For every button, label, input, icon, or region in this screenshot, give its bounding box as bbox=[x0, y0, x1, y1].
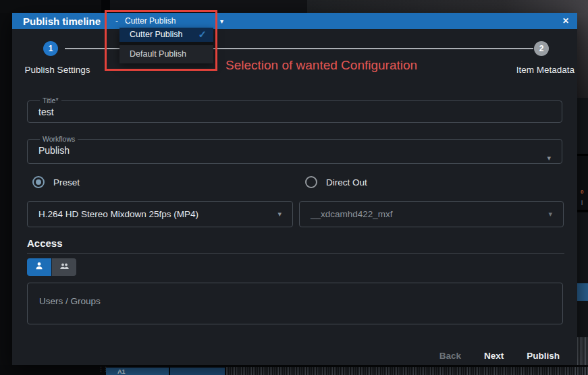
chevron-down-icon: ▾ bbox=[220, 18, 223, 25]
access-type-toggle bbox=[27, 258, 76, 276]
menu-item-default-publish[interactable]: Default Publish bbox=[119, 45, 213, 63]
back-button[interactable]: Back bbox=[433, 347, 468, 365]
radio-direct-out-label: Direct Out bbox=[326, 177, 367, 188]
background-app-top bbox=[0, 0, 588, 13]
background-app-right: 0 | bbox=[577, 13, 588, 365]
dash-separator: - bbox=[115, 16, 118, 26]
background-divider bbox=[577, 210, 588, 212]
background-waveform bbox=[577, 337, 588, 365]
dialog-header: Publish timeline - Cutter Publish ▾ ✕ bbox=[12, 13, 577, 29]
preset-select[interactable]: H.264 HD Stereo Mixdown 25fps (MP4) ▾ bbox=[27, 201, 293, 227]
access-heading: Access bbox=[27, 237, 63, 249]
background-video-preview bbox=[307, 0, 588, 13]
ruler-tick: | bbox=[581, 199, 583, 205]
chevron-down-icon: ▾ bbox=[548, 210, 552, 219]
output-mode-radios: Preset Direct Out bbox=[12, 176, 577, 191]
title-field-label: Title* bbox=[40, 96, 61, 105]
screen: 0 | ⋮⋮ A1 Publish timeline - Cutter Publ… bbox=[0, 0, 588, 375]
menu-item-cutter-publish[interactable]: Cutter Publish ✓ bbox=[119, 28, 213, 45]
publish-button[interactable]: Publish bbox=[520, 347, 566, 365]
workflows-value: Publish bbox=[38, 145, 551, 156]
title-field-value[interactable]: test bbox=[38, 107, 551, 117]
users-icon bbox=[59, 261, 70, 273]
preset-select-value: H.264 HD Stereo Mixdown 25fps (MP4) bbox=[38, 209, 198, 219]
radio-direct-out[interactable]: Direct Out bbox=[305, 176, 367, 188]
configuration-dropdown-menu: Cutter Publish ✓ Default Publish bbox=[119, 28, 213, 63]
step-1-indicator[interactable]: 1 bbox=[43, 41, 58, 56]
users-groups-placeholder: Users / Groups bbox=[39, 296, 101, 306]
groups-toggle-button[interactable] bbox=[52, 258, 76, 276]
annotation-text: Selection of wanted Configuration bbox=[225, 58, 417, 73]
configuration-dropdown[interactable]: - Cutter Publish ▾ bbox=[115, 16, 223, 26]
radio-preset[interactable]: Preset bbox=[32, 176, 80, 188]
dialog-title: Publish timeline bbox=[23, 16, 101, 27]
background-timeline-clip bbox=[577, 283, 588, 301]
step-2-label: Item Metadata bbox=[504, 65, 574, 75]
users-toggle-button[interactable] bbox=[27, 258, 51, 276]
background-audio-track-row: ⋮⋮ A1 bbox=[0, 365, 588, 375]
workflows-label: Workflows bbox=[40, 135, 78, 143]
timecode-fragment: 0 bbox=[581, 189, 583, 195]
step-1-label: Publish Settings bbox=[20, 65, 95, 75]
background-divider bbox=[101, 0, 110, 13]
check-icon: ✓ bbox=[198, 28, 207, 40]
next-button[interactable]: Next bbox=[477, 347, 510, 365]
background-panel bbox=[0, 0, 101, 13]
radio-unselected-icon bbox=[305, 176, 317, 188]
title-field[interactable]: Title* test bbox=[27, 96, 562, 123]
dialog-footer: Back Next Publish bbox=[423, 347, 566, 365]
direct-out-select-value: __xdcamhd422_mxf bbox=[311, 209, 393, 219]
configuration-selected-value: Cutter Publish bbox=[125, 16, 176, 26]
chevron-down-icon: ▾ bbox=[547, 154, 551, 163]
audio-track-header: A1 bbox=[106, 368, 169, 375]
chevron-down-icon: ▾ bbox=[277, 210, 282, 219]
background-waveform bbox=[226, 367, 588, 375]
user-icon bbox=[34, 261, 44, 273]
close-icon[interactable]: ✕ bbox=[560, 16, 572, 26]
radio-preset-label: Preset bbox=[53, 177, 80, 188]
direct-out-select[interactable]: __xdcamhd422_mxf ▾ bbox=[299, 201, 564, 227]
users-groups-input[interactable]: Users / Groups bbox=[27, 283, 563, 324]
audio-track-header-pane bbox=[170, 368, 225, 375]
divider bbox=[27, 253, 564, 254]
step-2-indicator[interactable]: 2 bbox=[534, 41, 549, 56]
radio-selected-icon bbox=[32, 176, 45, 188]
menu-item-label: Cutter Publish bbox=[130, 30, 185, 39]
background-video-preview bbox=[577, 13, 588, 98]
workflows-select[interactable]: Workflows Publish ▾ bbox=[27, 135, 562, 164]
